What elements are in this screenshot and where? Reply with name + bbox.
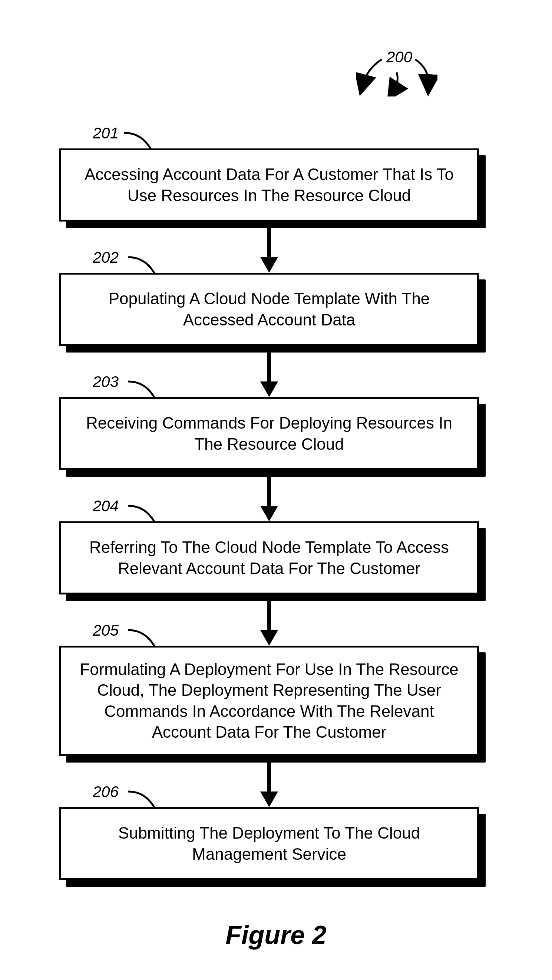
arrow-down-icon bbox=[265, 353, 274, 397]
figure-ref-arrows-icon bbox=[356, 48, 438, 97]
step-label-205: 205 bbox=[93, 622, 119, 640]
arrow-down-icon bbox=[265, 228, 274, 273]
step-text: Accessing Account Data For A Customer Th… bbox=[76, 164, 462, 206]
step-label-201: 201 bbox=[93, 124, 119, 142]
step-text: Referring To The Cloud Node Template To … bbox=[76, 537, 462, 579]
arrow-down-icon bbox=[265, 477, 274, 521]
step-label-203: 203 bbox=[93, 373, 119, 391]
step-box-204: Referring To The Cloud Node Template To … bbox=[59, 521, 485, 601]
flowchart-canvas: 200 201 Accessing Account Data For A Cus… bbox=[0, 0, 552, 980]
step-box-202: Populating A Cloud Node Template With Th… bbox=[59, 273, 485, 353]
figure-caption: Figure 2 bbox=[0, 920, 552, 950]
figure-reference-200: 200 bbox=[356, 48, 438, 93]
step-box-203: Receiving Commands For Deploying Resourc… bbox=[59, 397, 485, 477]
arrow-down-icon bbox=[265, 601, 274, 646]
step-text: Submitting The Deployment To The Cloud M… bbox=[76, 822, 462, 865]
step-label-206: 206 bbox=[93, 783, 119, 801]
step-box-205: Formulating A Deployment For Use In The … bbox=[59, 646, 485, 762]
arrow-down-icon bbox=[265, 762, 274, 807]
step-box-201: Accessing Account Data For A Customer Th… bbox=[59, 148, 485, 228]
step-text: Populating A Cloud Node Template With Th… bbox=[76, 288, 462, 330]
step-text: Receiving Commands For Deploying Resourc… bbox=[76, 413, 462, 455]
step-box-206: Submitting The Deployment To The Cloud M… bbox=[59, 807, 485, 887]
step-text: Formulating A Deployment For Use In The … bbox=[76, 659, 462, 743]
step-label-204: 204 bbox=[93, 497, 119, 515]
step-label-202: 202 bbox=[93, 249, 119, 266]
